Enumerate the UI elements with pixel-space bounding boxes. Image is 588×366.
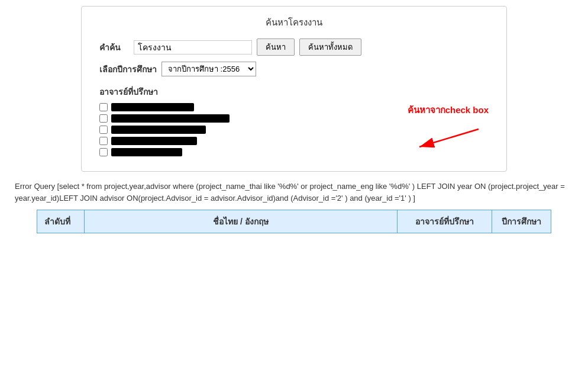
advisor-list-area: อาจารย์ที่ปรึกษา xyxy=(99,85,384,159)
table-header-row: ลำดับที่ ชื่อไทย / อังกฤษ อาจารย์ที่ปรึก… xyxy=(37,210,551,233)
advisor-name-2 xyxy=(111,114,230,123)
year-row: เลือกปีการศึกษา จากปีการศึกษา :2556 xyxy=(99,62,489,76)
col-header-advisor: อาจารย์ที่ปรึกษา xyxy=(398,210,492,233)
advisor-checkbox-row-4 xyxy=(99,137,384,145)
hint-area: ค้นหาจากcheck box xyxy=(408,85,489,159)
advisor-checkbox-1[interactable] xyxy=(99,103,108,111)
results-table: ลำดับที่ ชื่อไทย / อังกฤษ อาจารย์ที่ปรึก… xyxy=(37,210,551,233)
advisor-checkbox-row-2 xyxy=(99,114,384,123)
svg-line-1 xyxy=(419,129,479,147)
col-header-number: ลำดับที่ xyxy=(37,210,85,233)
search-button[interactable]: ค้นหา xyxy=(257,38,295,56)
advisor-checkbox-row-5 xyxy=(99,148,384,156)
advisor-checkbox-row-1 xyxy=(99,103,384,111)
col-header-year: ปีการศึกษา xyxy=(492,210,551,233)
advisor-section: อาจารย์ที่ปรึกษา xyxy=(99,85,489,159)
advisor-name-4 xyxy=(111,137,197,145)
advisor-checkbox-5[interactable] xyxy=(99,148,108,156)
year-select[interactable]: จากปีการศึกษา :2556 xyxy=(161,62,256,76)
col-header-name: ชื่อไทย / อังกฤษ xyxy=(85,210,398,233)
search-panel: ค้นหาโครงงาน คำค้น ค้นหา ค้นหาทั้งหมด เล… xyxy=(81,6,507,172)
arrow-container xyxy=(408,123,479,159)
search-label: คำค้น xyxy=(99,41,129,54)
search-all-button[interactable]: ค้นหาทั้งหมด xyxy=(299,38,361,56)
error-message: Error Query [select * from project,year,… xyxy=(12,181,576,204)
advisor-list-title: อาจารย์ที่ปรึกษา xyxy=(99,85,384,98)
advisor-checkbox-row-3 xyxy=(99,126,384,134)
advisor-name-5 xyxy=(111,148,182,156)
advisor-checkbox-4[interactable] xyxy=(99,137,108,145)
year-label: เลือกปีการศึกษา xyxy=(99,63,157,76)
hint-text: ค้นหาจากcheck box xyxy=(408,103,489,117)
table-wrapper: ลำดับที่ ชื่อไทย / อังกฤษ อาจารย์ที่ปรึก… xyxy=(12,210,576,233)
advisor-checkbox-2[interactable] xyxy=(99,114,108,123)
advisor-checkbox-3[interactable] xyxy=(99,126,108,134)
advisor-name-1 xyxy=(111,103,194,111)
search-row: คำค้น ค้นหา ค้นหาทั้งหมด xyxy=(99,38,489,56)
arrow-icon xyxy=(408,123,490,159)
search-input[interactable] xyxy=(134,40,252,54)
advisor-name-3 xyxy=(111,126,206,134)
panel-title: ค้นหาโครงงาน xyxy=(99,15,489,30)
